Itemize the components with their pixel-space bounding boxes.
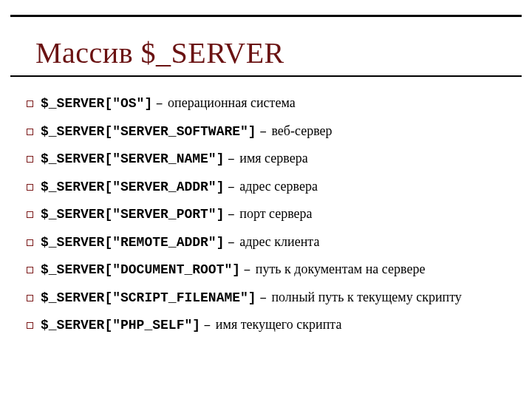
slide: Массив $_SERVER $_SERVER["OS"] – операци… [0, 0, 532, 399]
list-item: $_SERVER["SERVER_ADDR"] – адрес сервера [27, 178, 505, 196]
separator: – [224, 179, 239, 196]
bullet-icon [27, 267, 33, 273]
bullet-icon [27, 211, 33, 218]
code-text: $_SERVER["SERVER_SOFTWARE"] [41, 123, 256, 140]
code-text: $_SERVER["DOCUMENT_ROOT"] [41, 262, 240, 279]
desc-text: адрес клиента [239, 233, 319, 250]
top-accent-bar [10, 15, 522, 17]
bullet-icon [27, 295, 33, 301]
separator: – [152, 95, 168, 112]
list-item: $_SERVER["OS"] – операционная система [27, 95, 505, 112]
code-text: $_SERVER["SERVER_NAME"] [41, 151, 224, 168]
list-item: $_SERVER["REMOTE_ADDR"] – адрес клиента [27, 233, 505, 251]
desc-text: имя сервера [239, 150, 307, 167]
bullet-icon [27, 156, 33, 163]
bullet-icon [27, 129, 33, 135]
bullet-icon [27, 322, 33, 329]
separator: – [240, 262, 256, 279]
separator: – [200, 317, 216, 334]
bullet-icon [27, 100, 33, 107]
separator: – [224, 151, 239, 168]
desc-text: имя текущего скрипта [216, 316, 342, 333]
code-text: $_SERVER["OS"] [41, 95, 152, 112]
list-item: $_SERVER["DOCUMENT_ROOT"] – путь к докум… [27, 261, 505, 279]
list-item: $_SERVER["PHP_SELF"] – имя текущего скри… [27, 316, 505, 334]
bullet-icon [27, 239, 33, 246]
code-text: $_SERVER["REMOTE_ADDR"] [41, 234, 224, 251]
desc-text: веб-сервер [271, 123, 332, 140]
desc-text: порт сервера [239, 205, 312, 222]
separator: – [256, 290, 272, 307]
bullet-icon [27, 184, 33, 191]
separator: – [224, 206, 239, 223]
code-text: $_SERVER["PHP_SELF"] [41, 317, 200, 334]
separator: – [256, 123, 272, 140]
list-item: $_SERVER["SERVER_SOFTWARE"] – веб-сервер [27, 123, 505, 140]
code-text: $_SERVER["SCRIPT_FILENAME"] [41, 290, 256, 307]
content-list: $_SERVER["OS"] – операционная система $_… [27, 95, 505, 344]
desc-text: полный путь к текущему скрипту [271, 289, 461, 306]
desc-text: путь к документам на сервере [256, 261, 426, 278]
list-item: $_SERVER["SCRIPT_FILENAME"] – полный пут… [27, 289, 505, 307]
desc-text: адрес сервера [239, 178, 318, 195]
separator: – [224, 234, 239, 251]
code-text: $_SERVER["SERVER_PORT"] [41, 206, 224, 223]
code-text: $_SERVER["SERVER_ADDR"] [41, 179, 224, 196]
page-title: Массив $_SERVER [35, 35, 284, 70]
list-item: $_SERVER["SERVER_NAME"] – имя сервера [27, 150, 505, 168]
list-item: $_SERVER["SERVER_PORT"] – порт сервера [27, 205, 505, 223]
title-underline [10, 75, 522, 77]
desc-text: операционная система [168, 95, 296, 112]
